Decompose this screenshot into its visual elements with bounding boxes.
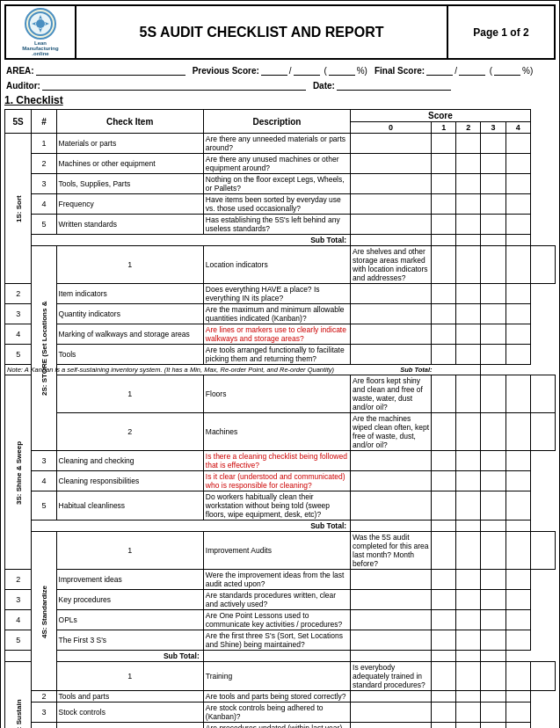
score-cell[interactable] [505,345,530,365]
score-cell[interactable] [351,134,432,154]
score-cell[interactable] [481,491,505,521]
score-cell[interactable] [505,304,530,324]
score-cell[interactable] [456,304,481,324]
score-cell[interactable] [351,284,432,304]
score-cell[interactable] [505,703,530,723]
score-cell[interactable] [456,324,481,345]
subtotal-score-cell[interactable] [351,651,432,662]
score-cell[interactable] [481,246,505,284]
score-cell[interactable] [481,570,505,590]
score-cell[interactable] [505,610,530,630]
score-cell[interactable] [432,375,456,413]
score-cell[interactable] [432,304,456,324]
subtotal-score-cell[interactable] [505,235,530,246]
score-cell[interactable] [432,723,456,729]
score-cell[interactable] [432,345,456,365]
score-cell[interactable] [351,691,432,703]
score-cell[interactable] [481,590,505,610]
subtotal-score-cell[interactable] [432,651,456,662]
score-cell[interactable] [481,610,505,630]
score-cell[interactable] [456,134,481,154]
subtotal-score-cell[interactable] [481,521,505,532]
score-cell[interactable] [351,630,432,651]
score-cell[interactable] [456,610,481,630]
score-cell[interactable] [456,532,481,570]
score-cell[interactable] [481,471,505,491]
score-cell[interactable] [456,471,481,491]
score-cell[interactable] [505,590,530,610]
score-cell[interactable] [432,703,456,723]
score-cell[interactable] [432,284,456,304]
prev-score-den[interactable] [294,63,320,76]
score-cell[interactable] [505,662,530,691]
subtotal-score-cell[interactable] [456,235,481,246]
score-cell[interactable] [432,691,456,703]
subtotal-score-cell[interactable] [351,521,432,532]
score-cell[interactable] [481,703,505,723]
score-cell[interactable] [456,491,481,521]
score-cell[interactable] [432,134,456,154]
subtotal-score-cell[interactable] [505,521,530,532]
subtotal-score-cell[interactable] [203,651,350,662]
subtotal-score-cell[interactable] [432,521,456,532]
score-cell[interactable] [456,590,481,610]
score-cell[interactable] [481,451,505,471]
final-score-pct[interactable] [494,63,520,76]
prev-score-pct[interactable] [329,63,355,76]
score-cell[interactable] [432,610,456,630]
score-cell[interactable] [505,284,530,304]
score-cell[interactable] [351,703,432,723]
score-cell[interactable] [432,174,456,194]
area-input[interactable] [36,63,185,76]
score-cell[interactable] [432,324,456,345]
score-cell[interactable] [505,691,530,703]
score-cell[interactable] [432,662,456,691]
score-cell[interactable] [481,345,505,365]
score-cell[interactable] [505,154,530,174]
score-cell[interactable] [505,246,530,284]
score-cell[interactable] [505,471,530,491]
score-cell[interactable] [456,723,481,729]
prev-score-num[interactable] [261,63,287,76]
score-cell[interactable] [351,451,432,471]
score-cell[interactable] [351,590,432,610]
score-cell[interactable] [456,662,481,691]
score-cell[interactable] [351,174,432,194]
score-cell[interactable] [505,570,530,590]
score-cell[interactable] [505,532,530,570]
score-cell[interactable] [481,154,505,174]
auditor-input[interactable] [42,78,306,91]
score-cell[interactable] [481,691,505,703]
score-cell[interactable] [432,471,456,491]
score-cell[interactable] [456,284,481,304]
subtotal-score-cell[interactable] [351,235,432,246]
score-cell[interactable] [351,491,432,521]
score-cell[interactable] [456,194,481,215]
score-cell[interactable] [351,570,432,590]
score-cell[interactable] [530,375,555,413]
score-cell[interactable] [481,723,505,729]
score-cell[interactable] [505,451,530,471]
score-cell[interactable] [505,630,530,651]
score-cell[interactable] [481,630,505,651]
score-cell[interactable] [351,154,432,174]
score-cell[interactable] [456,451,481,471]
score-cell[interactable] [530,413,555,451]
score-cell[interactable] [481,532,505,570]
score-cell[interactable] [351,194,432,215]
score-cell[interactable] [481,284,505,304]
score-cell[interactable] [432,215,456,235]
final-score-num[interactable] [426,63,453,76]
score-cell[interactable] [505,723,530,729]
score-cell[interactable] [505,174,530,194]
subtotal-score-cell[interactable] [481,235,505,246]
score-cell[interactable] [481,324,505,345]
score-cell[interactable] [432,532,456,570]
score-cell[interactable] [456,246,481,284]
score-cell[interactable] [351,723,432,729]
score-cell[interactable] [432,491,456,521]
score-cell[interactable] [456,630,481,651]
score-cell[interactable] [351,324,432,345]
score-cell[interactable] [432,451,456,471]
score-cell[interactable] [481,215,505,235]
